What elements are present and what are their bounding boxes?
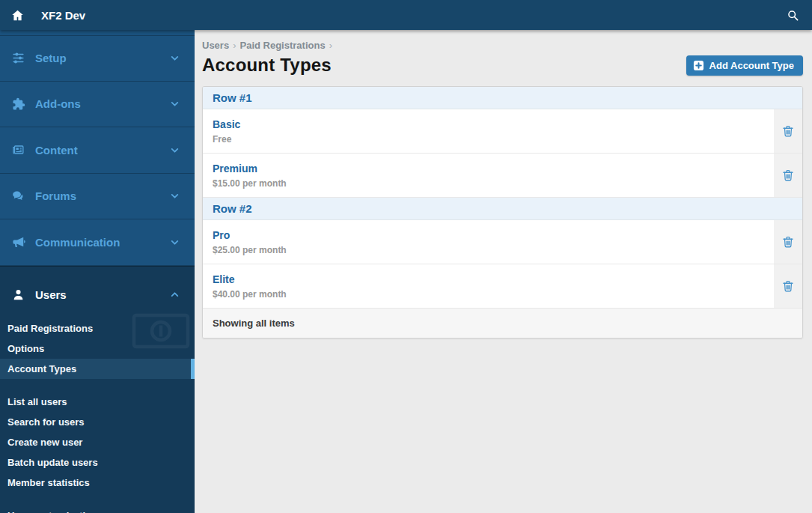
sidebar: SetupAdd-onsContentForumsCommunicationUs…: [0, 30, 195, 513]
app-title[interactable]: XF2 Dev: [41, 9, 85, 22]
account-type-price: $25.00 per month: [213, 245, 764, 255]
newspaper-icon: [10, 144, 26, 156]
breadcrumb: Users›Paid Registrations›: [202, 40, 803, 51]
breadcrumb-separator: ›: [233, 40, 236, 51]
sidebar-section-add-ons[interactable]: Add-ons: [0, 82, 195, 128]
sidebar-section-users[interactable]: Users: [0, 272, 195, 318]
breadcrumb-link-users[interactable]: Users: [202, 40, 229, 51]
sidebar-section-communication[interactable]: Communication: [0, 219, 195, 266]
chevron-up-icon: [167, 290, 183, 300]
sliders-icon: [10, 52, 26, 64]
sidebar-item-batch-update-users[interactable]: Batch update users: [0, 452, 195, 473]
account-type-row-basic: BasicFree: [203, 109, 802, 154]
sidebar-nav: SetupAdd-onsContentForumsCommunicationUs…: [0, 30, 195, 513]
chevron-down-icon: [167, 237, 183, 247]
sidebar-section-label: Content: [35, 144, 78, 157]
add-button-label: Add Account Type: [709, 60, 794, 71]
megaphone-icon: [10, 236, 26, 249]
sidebar-section-label: Forums: [35, 189, 76, 202]
chevron-down-icon: [167, 53, 183, 63]
sidebar-section-content[interactable]: Content: [0, 127, 195, 174]
home-icon[interactable]: [11, 9, 24, 22]
delete-cell: [774, 154, 802, 197]
sidebar-item-list-all-users[interactable]: List all users: [0, 392, 195, 412]
delete-cell: [774, 220, 802, 264]
chevron-down-icon: [167, 191, 183, 201]
add-account-type-button[interactable]: Add Account Type: [686, 55, 803, 76]
account-type-row-premium: Premium$15.00 per month: [203, 154, 802, 198]
account-type-link[interactable]: Premium: [213, 163, 257, 174]
account-type-row-pro: Pro$25.00 per month: [203, 220, 802, 264]
comments-icon: [10, 189, 26, 202]
account-type-cell: BasicFree: [203, 109, 774, 153]
users-submenu: Paid RegistrationsOptionsAccount TypesLi…: [0, 318, 195, 513]
sidebar-item-account-types[interactable]: Account Types: [0, 359, 195, 379]
sidebar-item-member-statistics[interactable]: Member statistics: [0, 473, 195, 493]
chevron-down-icon: [167, 145, 183, 155]
row-group-header[interactable]: Row #1: [203, 87, 802, 109]
search-icon[interactable]: [787, 9, 799, 22]
sidebar-section-label: Communication: [35, 236, 120, 249]
account-type-row-elite: Elite$40.00 per month: [203, 264, 802, 309]
sidebar-item-search-for-users[interactable]: Search for users: [0, 412, 195, 432]
sidebar-section-label: Users: [35, 288, 67, 301]
account-types-list: Row #1BasicFreePremium$15.00 per monthRo…: [202, 86, 803, 339]
row-group-header[interactable]: Row #2: [203, 198, 802, 220]
sidebar-section-setup[interactable]: Setup: [0, 35, 195, 82]
sidebar-section-forums[interactable]: Forums: [0, 174, 195, 220]
page-title: Account Types: [202, 55, 332, 76]
puzzle-icon: [10, 97, 26, 111]
account-type-cell: Premium$15.00 per month: [203, 154, 774, 197]
breadcrumb-link-paid-registrations[interactable]: Paid Registrations: [239, 40, 325, 51]
chevron-down-icon: [167, 99, 183, 109]
account-type-price: $40.00 per month: [213, 289, 764, 300]
trash-icon[interactable]: [781, 279, 795, 293]
sidebar-item-options[interactable]: Options: [0, 339, 195, 359]
sidebar-section-label: Setup: [35, 52, 67, 64]
delete-cell: [774, 109, 802, 153]
sidebar-section-label: Add-ons: [35, 97, 81, 110]
breadcrumb-separator: ›: [329, 40, 332, 51]
delete-cell: [774, 264, 802, 308]
trash-icon[interactable]: [781, 169, 795, 182]
sidebar-item-create-new-user[interactable]: Create new user: [0, 432, 195, 452]
account-type-link[interactable]: Pro: [213, 229, 230, 241]
trash-icon[interactable]: [781, 124, 795, 138]
sidebar-item-paid-registrations[interactable]: Paid Registrations: [0, 318, 195, 339]
sidebar-active-section: UsersPaid RegistrationsOptionsAccount Ty…: [0, 266, 195, 513]
account-type-price: Free: [213, 134, 764, 145]
account-type-cell: Elite$40.00 per month: [203, 264, 774, 308]
account-type-cell: Pro$25.00 per month: [203, 220, 774, 264]
main-content: Users›Paid Registrations› Account Types …: [195, 30, 812, 513]
account-type-link[interactable]: Basic: [213, 118, 240, 130]
account-type-price: $15.00 per month: [213, 178, 764, 189]
sidebar-item-user-customization[interactable]: User customization: [0, 506, 195, 513]
trash-icon[interactable]: [781, 235, 795, 249]
list-footer: Showing all items: [203, 309, 802, 338]
plus-square-icon: [693, 60, 704, 71]
account-type-link[interactable]: Elite: [213, 273, 235, 285]
topbar: XF2 Dev: [0, 0, 812, 30]
user-icon: [10, 288, 26, 301]
